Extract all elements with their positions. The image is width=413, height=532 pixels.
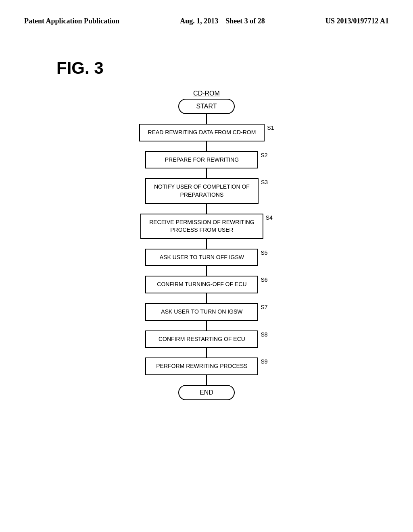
line <box>206 266 207 276</box>
connector-7 <box>206 293 207 303</box>
connector-8 <box>206 321 207 330</box>
line <box>206 321 207 330</box>
step-s5-label: S5 <box>261 249 267 256</box>
publication-date: Aug. 1, 2013 Sheet 3 of 28 <box>180 16 265 26</box>
line <box>206 375 207 385</box>
step-s3-row: NOTIFY USER OF COMPLETION OFPREPARATIONS… <box>24 178 389 204</box>
connector-10 <box>206 375 207 385</box>
end-node: END <box>178 385 235 400</box>
publication-title: Patent Application Publication <box>24 16 119 26</box>
connector-3 <box>206 168 207 178</box>
step-s9-row: PERFORM REWRITING PROCESS S9 <box>24 357 389 375</box>
step-s1-row: READ REWRITING DATA FROM CD-ROM S1 <box>24 124 389 141</box>
step-s8-box: CONFIRM RESTARTING OF ECU <box>145 330 258 348</box>
line <box>206 239 207 249</box>
flowchart: CD-ROM START READ REWRITING DATA FROM CD… <box>24 90 389 400</box>
step-s1-label: S1 <box>267 124 274 131</box>
step-s4-label: S4 <box>266 214 273 221</box>
line <box>206 348 207 357</box>
connector-1 <box>206 114 207 124</box>
line <box>206 204 207 214</box>
connector-5 <box>206 239 207 249</box>
step-s1-box: READ REWRITING DATA FROM CD-ROM <box>139 124 265 141</box>
page-header: Patent Application Publication Aug. 1, 2… <box>0 0 413 34</box>
step-s2-box: PREPARE FOR REWRITING <box>145 151 258 169</box>
step-s7-box: ASK USER TO TURN ON IGSW <box>145 303 258 321</box>
step-s7-label: S7 <box>261 303 267 310</box>
step-s8-row: CONFIRM RESTARTING OF ECU S8 <box>24 330 389 348</box>
step-s5-row: ASK USER TO TURN OFF IGSW S5 <box>24 249 389 266</box>
step-s4-row: RECEIVE PERMISSION OF REWRITINGPROCESS F… <box>24 214 389 239</box>
step-s4-box: RECEIVE PERMISSION OF REWRITINGPROCESS F… <box>140 214 263 239</box>
step-s9-label: S9 <box>261 357 267 365</box>
connector-6 <box>206 266 207 276</box>
connector-4 <box>206 204 207 214</box>
step-s6-label: S6 <box>261 276 267 283</box>
connector-9 <box>206 348 207 357</box>
line <box>206 114 207 124</box>
step-s7-row: ASK USER TO TURN ON IGSW S7 <box>24 303 389 321</box>
step-s6-box: CONFIRM TURNING-OFF OF ECU <box>145 276 258 293</box>
step-s9-box: PERFORM REWRITING PROCESS <box>145 357 258 375</box>
step-s2-label: S2 <box>261 151 267 158</box>
line <box>206 168 207 178</box>
cdrom-label: CD-ROM <box>193 90 220 97</box>
line <box>206 293 207 303</box>
line <box>206 141 207 151</box>
start-oval: START <box>178 99 235 114</box>
connector-2 <box>206 141 207 151</box>
step-s3-label: S3 <box>261 178 268 185</box>
step-s6-row: CONFIRM TURNING-OFF OF ECU S6 <box>24 276 389 293</box>
start-node: START <box>178 99 235 114</box>
end-oval: END <box>178 385 235 400</box>
step-s8-label: S8 <box>261 330 267 338</box>
step-s5-box: ASK USER TO TURN OFF IGSW <box>145 249 258 266</box>
patent-number: US 2013/0197712 A1 <box>325 16 389 26</box>
main-content: FIG. 3 CD-ROM START READ REWRITING DATA … <box>0 34 413 408</box>
figure-label: FIG. 3 <box>56 58 104 78</box>
step-s2-row: PREPARE FOR REWRITING S2 <box>24 151 389 169</box>
step-s3-box: NOTIFY USER OF COMPLETION OFPREPARATIONS <box>145 178 259 204</box>
